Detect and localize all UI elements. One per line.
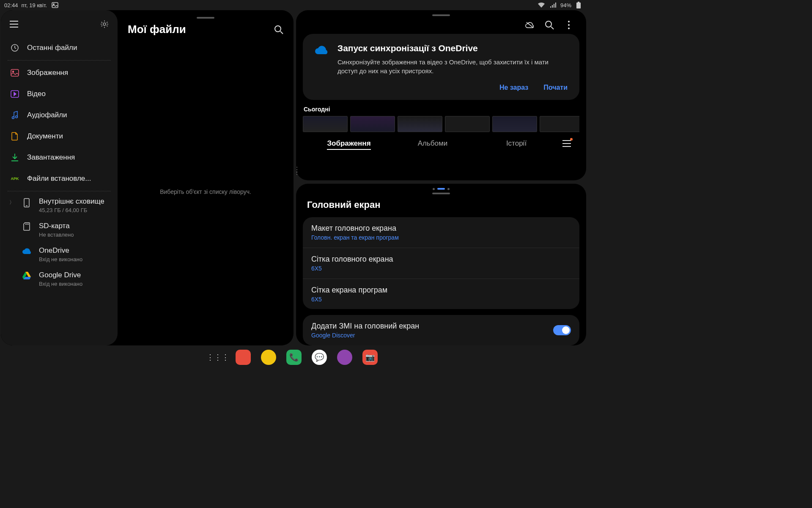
resize-handle[interactable]: ⋮⋮ [294, 168, 300, 174]
sidebar-documents[interactable]: Документи [1, 126, 118, 147]
sidebar-label: Зображення [27, 69, 68, 77]
thumbnail-row [303, 116, 579, 132]
sidebar-label: Документи [27, 132, 63, 141]
sidebar-video[interactable]: Відео [1, 83, 118, 105]
sidebar-label: SD-карта [39, 222, 74, 230]
toggle-switch[interactable] [553, 325, 571, 335]
dock-app[interactable]: 📞 [286, 350, 302, 365]
hamburger-icon[interactable] [9, 19, 19, 29]
sidebar-images[interactable]: Зображення [1, 62, 118, 83]
gallery-tabs: Зображення Альбоми Історії [303, 132, 579, 150]
gdrive-icon [22, 271, 31, 280]
dock-app[interactable]: 📷 [362, 350, 378, 365]
sidebar-label: Внутрішнє сховище [39, 197, 104, 206]
status-bar: 02:44 пт, 19 квіт. 94% [0, 0, 587, 10]
status-time: 02:44 [4, 2, 18, 8]
setting-label: Сітка головного екрана [311, 255, 393, 264]
dock-app[interactable] [261, 350, 276, 365]
screenshot-icon [50, 0, 60, 10]
thumbnail[interactable] [398, 116, 442, 132]
onedrive-icon [22, 246, 31, 256]
thumbnail[interactable] [350, 116, 395, 132]
sidebar-recent[interactable]: Останні файли [1, 37, 118, 58]
svg-rect-4 [554, 4, 554, 8]
signal-icon [549, 0, 558, 10]
sidebar-label: Файли встановле... [27, 174, 91, 183]
setting-media[interactable]: Додати ЗМІ на головний екран Google Disc… [303, 315, 579, 345]
tab-stories[interactable]: Історії [475, 139, 558, 148]
search-icon[interactable] [274, 25, 283, 34]
search-icon[interactable] [545, 20, 554, 30]
sidebar-label: OneDrive [39, 246, 82, 255]
svg-point-14 [13, 71, 14, 72]
app-drawer-icon[interactable]: ⋮⋮⋮ [210, 350, 225, 365]
files-content: Мої файли Виберіть об'єкт зі списку ліво… [118, 10, 294, 345]
thumbnail[interactable] [540, 116, 579, 132]
sidebar-onedrive[interactable]: OneDrive Вхід не виконано [1, 242, 118, 267]
setting-sublabel: 6X5 [311, 265, 393, 272]
setting-apps-grid[interactable]: Сітка екрана програм 6X5 [303, 279, 579, 309]
svg-point-11 [103, 23, 106, 25]
not-now-button[interactable]: Не зараз [499, 84, 528, 91]
setting-label: Додати ЗМІ на головний екран [311, 322, 419, 331]
settings-app: Головний екран Макет головного екрана Го… [296, 184, 586, 345]
page-indicator [303, 188, 579, 190]
files-sidebar: Останні файли Зображення Відео Аудіофайл… [1, 10, 118, 345]
download-icon [10, 153, 19, 162]
svg-point-28 [568, 21, 570, 22]
sidebar-sublabel: Вхід не виконано [39, 256, 82, 262]
drag-handle[interactable] [197, 17, 214, 19]
drag-handle[interactable] [432, 193, 450, 194]
svg-point-1 [53, 4, 54, 5]
sidebar-gdrive[interactable]: Google Drive Вхід не виконано [1, 267, 118, 291]
sd-card-icon [22, 222, 31, 231]
sidebar-downloads[interactable]: Завантаження [1, 147, 118, 168]
settings-list: Макет головного екрана Головн. екран та … [303, 217, 579, 309]
onedrive-icon [315, 43, 328, 57]
svg-rect-5 [555, 3, 556, 8]
dock: ⋮⋮⋮ 📞 💬 📷 [0, 347, 587, 367]
dock-app[interactable] [236, 350, 251, 365]
thumbnail[interactable] [492, 116, 537, 132]
sidebar-audio[interactable]: Аудіофайли [1, 105, 118, 126]
gallery-app: Запуск синхронізації з OneDrive Синхроні… [296, 10, 586, 180]
onedrive-title: Запуск синхронізації з OneDrive [337, 43, 568, 53]
thumbnail[interactable] [303, 116, 348, 132]
setting-home-grid[interactable]: Сітка головного екрана 6X5 [303, 248, 579, 279]
document-icon [10, 132, 19, 141]
cloud-off-icon[interactable] [525, 20, 535, 30]
status-date: пт, 19 квіт. [22, 2, 47, 8]
setting-sublabel: Головн. екран та екран програм [311, 234, 399, 241]
empty-message: Виберіть об'єкт зі списку ліворуч. [128, 44, 283, 339]
settings-title: Головний екран [303, 196, 579, 217]
svg-point-26 [546, 21, 551, 27]
setting-label: Сітка екрана програм [311, 286, 387, 295]
gear-icon[interactable] [100, 19, 109, 29]
sidebar-apk[interactable]: APK Файли встановле... [1, 168, 118, 189]
setting-layout[interactable]: Макет головного екрана Головн. екран та … [303, 217, 579, 248]
today-label: Сьогодні [304, 106, 579, 113]
audio-icon [10, 110, 19, 120]
files-title: Мої файли [128, 23, 186, 36]
video-icon [10, 89, 19, 99]
battery-icon [574, 0, 583, 10]
start-button[interactable]: Почати [543, 84, 568, 91]
apk-icon: APK [10, 174, 19, 183]
image-icon [10, 68, 19, 77]
files-app: Останні файли Зображення Відео Аудіофайл… [1, 10, 294, 345]
sidebar-label: Завантаження [27, 153, 75, 162]
dock-app[interactable] [337, 350, 352, 365]
more-icon[interactable] [564, 20, 573, 30]
setting-sublabel: Google Discover [311, 332, 419, 339]
hamburger-icon[interactable] [562, 139, 571, 148]
sidebar-label: Відео [27, 90, 46, 98]
svg-rect-2 [550, 6, 551, 8]
sidebar-sd-card[interactable]: SD-карта Не вставлено [1, 218, 118, 242]
tab-images[interactable]: Зображення [307, 139, 391, 148]
tab-albums[interactable]: Альбоми [391, 139, 475, 148]
svg-rect-13 [11, 69, 19, 76]
dock-app[interactable]: 💬 [312, 350, 327, 365]
sidebar-internal-storage[interactable]: 〉 Внутрішнє сховище 45,23 ГБ / 64,00 ГБ [1, 193, 118, 218]
divider [8, 191, 111, 191]
thumbnail[interactable] [445, 116, 490, 132]
